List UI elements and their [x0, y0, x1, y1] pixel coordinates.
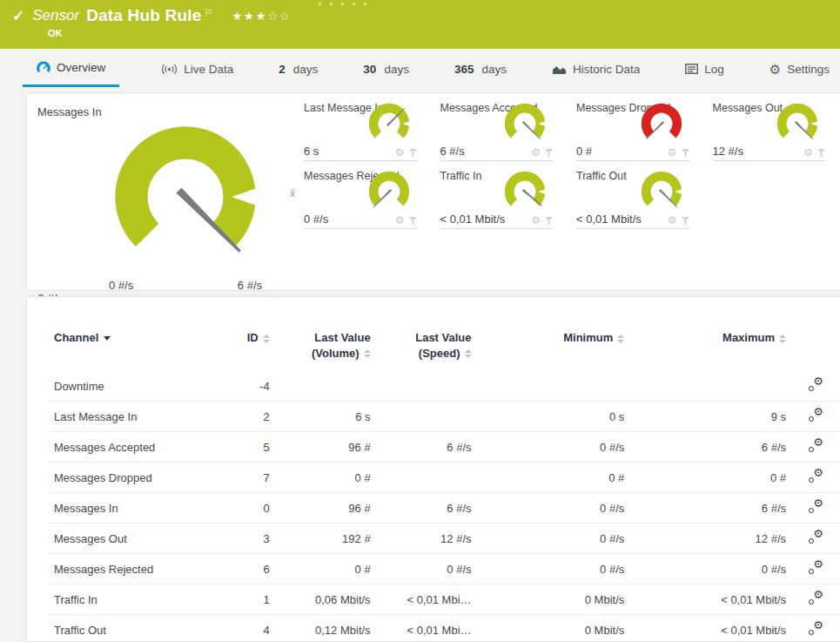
tab-log-label: Log: [704, 63, 724, 76]
messages-dropped-gauge: [636, 100, 687, 147]
last-value-volume-cell: 6 s: [275, 402, 376, 432]
pin-icon[interactable]: [408, 148, 418, 158]
last-value-volume-cell: 0 #: [275, 463, 376, 493]
table-row[interactable]: Last Message In 2 6 s 0 s 9 s ⚙: [49, 402, 840, 432]
header-minimum[interactable]: Minimum: [477, 327, 630, 371]
sensor-title: Data Hub Rule: [86, 6, 201, 25]
traffic-in-gauge: [500, 168, 550, 215]
channel-table: Channel ID Last Value (Volume) Last Valu…: [49, 327, 840, 642]
table-row[interactable]: Traffic Out 4 0,12 Mbit/s < 0,01 Mbi… 0 …: [49, 615, 840, 642]
maximum-cell: < 0,01 Mbit/s: [629, 615, 791, 642]
sort-icon: [779, 335, 786, 343]
log-list-icon: [685, 64, 698, 74]
gauge-settings-icon[interactable]: ⚙: [668, 147, 677, 158]
tab-30-days[interactable]: 30 days: [360, 51, 413, 87]
header-channel[interactable]: Channel: [49, 327, 219, 371]
header-last-value-volume[interactable]: Last Value (Volume): [275, 327, 376, 371]
pin-icon[interactable]: [816, 148, 826, 158]
tab-historic-data-label: Historic Data: [573, 63, 640, 76]
tab-30-days-label: days: [384, 63, 409, 76]
gauge-settings-icon[interactable]: ⚙: [531, 147, 541, 158]
gauge-icon: [37, 61, 50, 74]
channel-settings-icon[interactable]: ⚙: [808, 470, 823, 483]
channel-settings-icon[interactable]: ⚙: [808, 561, 823, 574]
gauge-settings-icon[interactable]: ⚙: [668, 215, 677, 226]
tab-settings[interactable]: ⚙ Settings: [766, 51, 833, 87]
channel-settings-icon[interactable]: ⚙: [808, 409, 823, 422]
channel-settings-icon[interactable]: ⚙: [808, 378, 823, 391]
tab-bar: Overview Live Data 2 days 30 days 365 da…: [0, 51, 840, 87]
tab-overview[interactable]: Overview: [23, 51, 119, 87]
sensor-type-label: Sensor: [32, 7, 79, 24]
minimum-cell: 0 #/s: [477, 554, 630, 585]
gauge-scale-max: 6 #/s: [238, 279, 262, 292]
header-maximum[interactable]: Maximum: [629, 327, 791, 371]
pin-icon[interactable]: [544, 148, 554, 158]
table-row[interactable]: Messages Dropped 7 0 # 0 # 0 # ⚙: [49, 463, 840, 493]
table-row[interactable]: Messages Rejected 6 0 # 0 #/s 0 #/s 0 #/…: [49, 554, 840, 585]
channel-name-cell[interactable]: Messages Rejected: [49, 554, 219, 585]
tab-365-days-number: 365: [454, 63, 474, 76]
channel-name-cell[interactable]: Traffic In: [49, 585, 219, 615]
tab-settings-label: Settings: [787, 63, 830, 76]
channel-name-cell[interactable]: Messages Dropped: [49, 463, 219, 493]
channel-name-cell[interactable]: Messages Out: [49, 524, 219, 554]
table-row[interactable]: Traffic In 1 0,06 Mbit/s < 0,01 Mbi… 0 M…: [49, 585, 840, 615]
channel-settings-icon[interactable]: ⚙: [808, 591, 823, 605]
pin-icon[interactable]: [681, 148, 690, 158]
pin-icon[interactable]: [681, 216, 690, 226]
tab-2-days[interactable]: 2 days: [275, 51, 321, 87]
gauge-card-traffic-in: Traffic In< 0,01 Mbit/s⚙: [440, 166, 554, 229]
gauge-card-messages-accepted: Messages Accepted6 #/s⚙: [440, 98, 554, 161]
gauge-settings-icon[interactable]: ⚙: [803, 147, 813, 158]
tab-overview-label: Overview: [57, 61, 105, 74]
gauge-value: < 0,01 Mbit/s: [440, 213, 506, 226]
tab-log[interactable]: Log: [682, 51, 728, 87]
maximum-cell: 9 s: [629, 402, 791, 432]
channel-id-cell: 7: [219, 463, 275, 493]
table-row[interactable]: Messages Accepted 5 96 # 6 #/s 0 #/s 6 #…: [49, 432, 840, 463]
pin-icon[interactable]: [544, 216, 554, 226]
channel-name-cell[interactable]: Traffic Out: [49, 615, 219, 642]
priority-stars[interactable]: ★★★☆☆: [232, 10, 291, 23]
channel-settings-icon[interactable]: ⚙: [808, 622, 823, 635]
tab-historic-data[interactable]: Historic Data: [548, 51, 643, 87]
channel-name-cell[interactable]: Last Message In: [49, 402, 219, 432]
channel-name-cell[interactable]: Messages Accepted: [49, 432, 219, 463]
minimum-cell: 0 #/s: [477, 493, 630, 524]
gauge-card-traffic-out: Traffic Out< 0,01 Mbit/s⚙: [576, 166, 690, 229]
gauge-settings-icon[interactable]: ⚙: [395, 147, 405, 158]
table-row[interactable]: Downtime -4 ⚙: [49, 371, 840, 402]
gauge-card-messages-in: Messages In x̄ 0 #/s 6 #/s 6 #/s ⚙: [37, 98, 292, 309]
table-row[interactable]: Messages In 0 96 # 6 #/s 0 #/s 6 #/s ⚙: [49, 493, 840, 524]
header-id[interactable]: ID: [219, 327, 275, 371]
tab-2-days-number: 2: [279, 63, 286, 76]
messages-accepted-gauge: [500, 100, 550, 147]
gauge-scale: 0 #/s 6 #/s: [86, 279, 285, 292]
header-last-value-speed[interactable]: Last Value (Speed): [376, 327, 477, 371]
tab-live-data-label: Live Data: [184, 63, 233, 76]
gauge-value: 12 #/s: [713, 145, 743, 158]
mean-marker-label: x̄: [290, 187, 295, 199]
gauge-settings-icon[interactable]: ⚙: [531, 215, 541, 226]
tab-live-data[interactable]: Live Data: [158, 51, 237, 87]
sort-icon: [364, 349, 371, 358]
tab-365-days[interactable]: 365 days: [451, 51, 510, 87]
channel-settings-icon[interactable]: ⚙: [808, 439, 823, 452]
last-value-volume-cell: 96 #: [275, 493, 376, 524]
last-value-volume-cell: 0 #: [275, 554, 376, 585]
table-row[interactable]: Messages Out 3 192 # 12 #/s 0 #/s 12 #/s…: [49, 524, 840, 554]
channel-name-cell[interactable]: Downtime: [49, 371, 219, 402]
channel-settings-icon[interactable]: ⚙: [808, 530, 823, 544]
minimum-cell: 0 #/s: [477, 432, 630, 463]
last-value-speed-cell: [376, 371, 477, 402]
channel-settings-icon[interactable]: ⚙: [808, 500, 823, 513]
pin-icon[interactable]: [408, 216, 418, 226]
sort-icon: [617, 335, 624, 343]
tab-365-days-label: days: [481, 63, 507, 76]
channel-name-cell[interactable]: Messages In: [49, 493, 219, 524]
sort-icon: [465, 349, 472, 358]
flag-icon[interactable]: ⚐: [205, 7, 213, 18]
last-value-speed-cell: 0 #/s: [376, 554, 477, 585]
gauge-settings-icon[interactable]: ⚙: [395, 215, 405, 226]
